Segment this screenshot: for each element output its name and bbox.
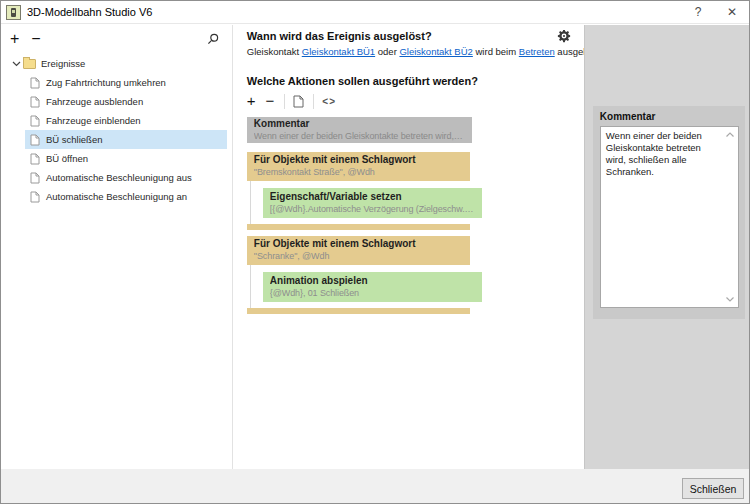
chevron-down-icon[interactable] (9, 59, 23, 68)
properties-panel: Kommentar Wenn einer der beiden Gleiskon… (584, 25, 749, 469)
gear-icon[interactable] (557, 29, 573, 45)
add-event-button[interactable]: + (10, 31, 19, 47)
window-title: 3D-Modellbahn Studio V6 (27, 6, 152, 18)
comment-textarea[interactable]: Wenn einer der beiden Gleiskontakte betr… (601, 127, 738, 307)
trigger-contact2-link[interactable]: Gleiskontakt BÜ2 (399, 46, 472, 57)
comment-group: Kommentar Wenn einer der beiden Gleiskon… (593, 106, 745, 319)
toolbar-divider (284, 94, 285, 109)
dialog-footer: Schließen (1, 469, 749, 504)
action-subtitle: "Bremskontakt Straße", @Wdh (254, 166, 463, 178)
trigger-text: oder (375, 46, 399, 57)
document-icon (30, 153, 40, 165)
titlebar: 3D-Modellbahn Studio V6 ? ✕ (1, 1, 749, 24)
dialog-body: + − Ereignisse (1, 25, 749, 469)
tree-item[interactable]: Zug Fahrtrichtung umkehren (1, 73, 232, 92)
search-icon[interactable] (206, 32, 220, 46)
comment-textarea-frame: Wenn einer der beiden Gleiskontakte betr… (600, 126, 739, 308)
tree-item-label: BÜ schließen (46, 134, 103, 145)
trigger-text: wird beim (473, 46, 519, 57)
help-icon[interactable]: ? (681, 1, 715, 24)
action-foreach-block[interactable]: Für Objekte mit einem Schlagwort "Schran… (247, 236, 470, 265)
action-subtitle: Wenn einer der beiden Gleiskontakte betr… (254, 130, 465, 142)
trigger-text: Gleiskontakt (247, 46, 302, 57)
action-group-end (247, 224, 470, 230)
tree-item-label: Automatische Beschleunigung an (46, 191, 187, 202)
action-title: Eigenschaft/Variable setzen (270, 191, 475, 203)
event-tree: Ereignisse Zug Fahrtrichtung umkehren Fa… (1, 52, 232, 206)
close-dialog-button[interactable]: Schließen (682, 478, 744, 499)
action-foreach-block[interactable]: Für Objekte mit einem Schlagwort "Bremsk… (247, 152, 470, 181)
action-subtitle: [{@Wdh}.Automatische Verzögerung (Zielge… (270, 203, 475, 215)
action-title: Für Objekte mit einem Schlagwort (254, 154, 463, 166)
tree-item-label: Automatische Beschleunigung aus (46, 172, 192, 183)
app-window: 3D-Modellbahn Studio V6 ? ✕ + − (0, 0, 750, 504)
add-action-button[interactable]: + (247, 94, 256, 108)
sidebar-toolbar: + − (1, 25, 232, 52)
tree-item[interactable]: BÜ öffnen (1, 149, 232, 168)
event-editor-panel: Wann wird das Ereignis ausgelöst? Gleisk… (233, 25, 584, 469)
action-group: Für Objekte mit einem Schlagwort "Bremsk… (247, 152, 584, 230)
trigger-sentence: Gleiskontakt Gleiskontakt BÜ1 oder Gleis… (247, 46, 584, 57)
code-icon[interactable]: <> (322, 96, 336, 107)
tree-item-selected[interactable]: BÜ schließen (1, 130, 232, 149)
tree-item[interactable]: Automatische Beschleunigung an (1, 187, 232, 206)
tree-item-label: BÜ öffnen (46, 153, 88, 164)
tree-item-label: Ereignisse (41, 58, 85, 69)
app-icon (6, 5, 21, 20)
close-icon[interactable]: ✕ (715, 1, 749, 24)
tree-item-label: Fahrzeuge einblenden (46, 115, 141, 126)
comment-group-label: Kommentar (600, 111, 739, 122)
tree-item[interactable]: Fahrzeuge ausblenden (1, 92, 232, 111)
remove-action-button[interactable]: − (266, 94, 275, 108)
document-icon (30, 172, 40, 184)
tree-item-label: Fahrzeuge ausblenden (46, 96, 143, 107)
action-subtitle: {@Wdh}, 01 Schließen (270, 287, 475, 299)
action-set-variable-block[interactable]: Eigenschaft/Variable setzen [{@Wdh}.Auto… (263, 188, 482, 218)
folder-icon (23, 59, 36, 69)
tree-item-ereignisse[interactable]: Ereignisse (1, 54, 232, 73)
action-group: Für Objekte mit einem Schlagwort "Schran… (247, 236, 584, 314)
scroll-down-icon[interactable] (725, 294, 736, 305)
document-icon (30, 191, 40, 203)
tree-item[interactable]: Fahrzeuge einblenden (1, 111, 232, 130)
document-icon (30, 77, 40, 89)
remove-event-button[interactable]: − (31, 31, 40, 47)
trigger-contact1-link[interactable]: Gleiskontakt BÜ1 (302, 46, 375, 57)
action-title: Animation abspielen (270, 275, 475, 287)
document-icon (30, 115, 40, 127)
toolbar-divider (313, 94, 314, 109)
action-play-animation-block[interactable]: Animation abspielen {@Wdh}, 01 Schließen (263, 272, 482, 302)
action-group-end (247, 308, 470, 314)
document-icon (30, 134, 40, 146)
action-comment-block[interactable]: Kommentar Wenn einer der beiden Gleiskon… (247, 117, 472, 143)
action-list: Kommentar Wenn einer der beiden Gleiskon… (247, 117, 584, 314)
tree-item-label: Zug Fahrtrichtung umkehren (46, 77, 166, 88)
action-title: Für Objekte mit einem Schlagwort (254, 238, 463, 250)
document-icon (30, 96, 40, 108)
copy-icon[interactable] (293, 95, 304, 108)
action-title: Kommentar (254, 118, 465, 130)
action-subtitle: "Schranke", @Wdh (254, 250, 463, 262)
actions-heading: Welche Aktionen sollen ausgeführt werden… (247, 75, 584, 87)
trigger-mode-link[interactable]: Betreten (519, 46, 555, 57)
action-children: Animation abspielen {@Wdh}, 01 Schließen (250, 265, 584, 308)
scroll-up-icon[interactable] (725, 129, 736, 140)
tree-item[interactable]: Automatische Beschleunigung aus (1, 168, 232, 187)
event-sidebar: + − Ereignisse (1, 25, 233, 469)
action-children: Eigenschaft/Variable setzen [{@Wdh}.Auto… (250, 181, 584, 224)
actions-toolbar: + − <> (247, 91, 584, 111)
trigger-heading: Wann wird das Ereignis ausgelöst? (247, 30, 584, 42)
